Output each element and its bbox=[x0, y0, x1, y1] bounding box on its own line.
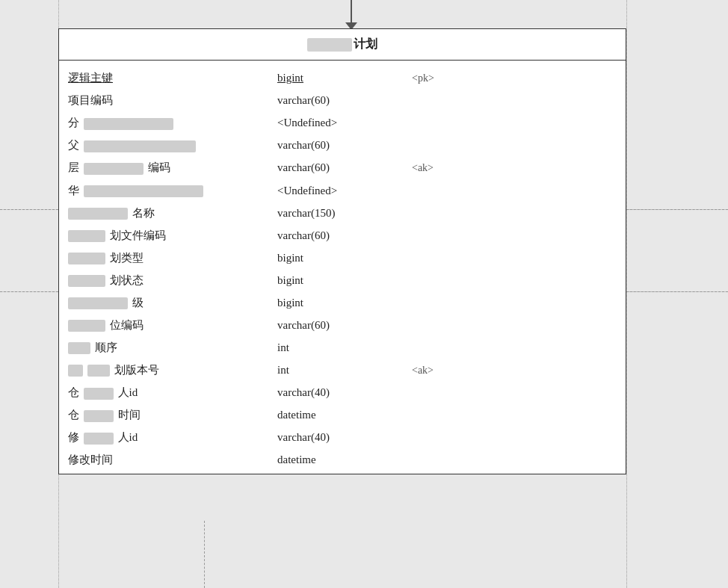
col-type: varchar(60) bbox=[277, 316, 412, 334]
right-connector-line-2 bbox=[626, 291, 728, 292]
table-row: 修改时间 datetime bbox=[59, 448, 626, 471]
bottom-connector-line bbox=[204, 521, 205, 588]
col-name: 划类型 bbox=[68, 249, 277, 267]
table-row: 顺序 int bbox=[59, 336, 626, 359]
arrow-connector-top bbox=[345, 0, 357, 30]
entity-rows: 逻辑主键 bigint <pk> 项目编码 varchar(60) 分 <Und… bbox=[59, 61, 626, 474]
col-name: 分 bbox=[68, 114, 277, 131]
table-row: 父 varchar(60) bbox=[59, 134, 626, 156]
table-row: 级 bigint bbox=[59, 291, 626, 314]
table-row: 项目编码 varchar(60) bbox=[59, 89, 626, 111]
col-name: 划版本号 bbox=[68, 361, 277, 379]
table-row: 仓 时间 datetime bbox=[59, 403, 626, 426]
col-type: varchar(40) bbox=[277, 383, 412, 401]
col-type: bigint bbox=[277, 249, 412, 267]
table-row: 分 <Undefined> bbox=[59, 111, 626, 134]
left-connector-line-2 bbox=[0, 291, 58, 292]
canvas: 计划 逻辑主键 bigint <pk> 项目编码 varchar(60) 分 bbox=[0, 0, 728, 588]
col-name: 位编码 bbox=[68, 316, 277, 334]
table-row: 位编码 varchar(60) bbox=[59, 314, 626, 336]
col-name: 级 bbox=[68, 294, 277, 312]
right-connector-line-1 bbox=[626, 209, 728, 210]
table-row: 名称 varchar(150) bbox=[59, 202, 626, 224]
table-row: 层 编码 varchar(60) <ak> bbox=[59, 156, 626, 179]
col-type: varchar(60) bbox=[277, 91, 412, 109]
col-name: 华 bbox=[68, 182, 277, 199]
entity-title: 计划 bbox=[307, 37, 377, 50]
col-type: bigint bbox=[277, 294, 412, 312]
entity-table: 计划 逻辑主键 bigint <pk> 项目编码 varchar(60) 分 bbox=[58, 28, 626, 474]
col-type: datetime bbox=[277, 406, 412, 424]
entity-header: 计划 bbox=[59, 29, 626, 61]
col-name: 父 bbox=[68, 136, 277, 154]
col-type: <Undefined> bbox=[277, 182, 412, 199]
arrow-line bbox=[351, 0, 352, 22]
col-type: bigint bbox=[277, 69, 412, 87]
left-connector-line-1 bbox=[0, 209, 58, 210]
col-name: 仓 时间 bbox=[68, 406, 277, 424]
col-name: 名称 bbox=[68, 204, 277, 222]
col-constraint: <pk> bbox=[412, 70, 434, 87]
col-type: int bbox=[277, 338, 412, 356]
table-row: 逻辑主键 bigint <pk> bbox=[59, 66, 626, 89]
table-row: 划状态 bigint bbox=[59, 269, 626, 291]
col-type: int bbox=[277, 361, 412, 379]
col-name: 层 编码 bbox=[68, 158, 277, 176]
col-type: varchar(60) bbox=[277, 136, 412, 154]
col-name: 修 人id bbox=[68, 428, 277, 446]
table-row: 仓 人id varchar(40) bbox=[59, 381, 626, 403]
col-type: varchar(60) bbox=[277, 226, 412, 244]
col-name: 划文件编码 bbox=[68, 226, 277, 244]
col-name: 仓 人id bbox=[68, 383, 277, 401]
col-type: varchar(150) bbox=[277, 204, 412, 222]
table-row: 划文件编码 varchar(60) bbox=[59, 224, 626, 247]
table-row: 华 <Undefined> bbox=[59, 179, 626, 202]
table-row: 划类型 bigint bbox=[59, 247, 626, 269]
table-row: 划版本号 int <ak> bbox=[59, 359, 626, 381]
col-name: 项目编码 bbox=[68, 91, 277, 109]
col-type: datetime bbox=[277, 451, 412, 468]
col-type: bigint bbox=[277, 271, 412, 289]
table-row: 修 人id varchar(40) bbox=[59, 426, 626, 448]
entity-title-prefix-blurred bbox=[307, 38, 352, 52]
col-type: <Undefined> bbox=[277, 114, 412, 131]
grid-line-vertical-right bbox=[626, 0, 627, 588]
col-name: 顺序 bbox=[68, 338, 277, 356]
col-name: 划状态 bbox=[68, 271, 277, 289]
col-type: varchar(60) bbox=[277, 158, 412, 176]
col-name: 逻辑主键 bbox=[68, 69, 277, 87]
col-type: varchar(40) bbox=[277, 428, 412, 446]
col-constraint: <ak> bbox=[412, 362, 434, 379]
col-constraint: <ak> bbox=[412, 160, 434, 176]
col-name: 修改时间 bbox=[68, 451, 277, 468]
